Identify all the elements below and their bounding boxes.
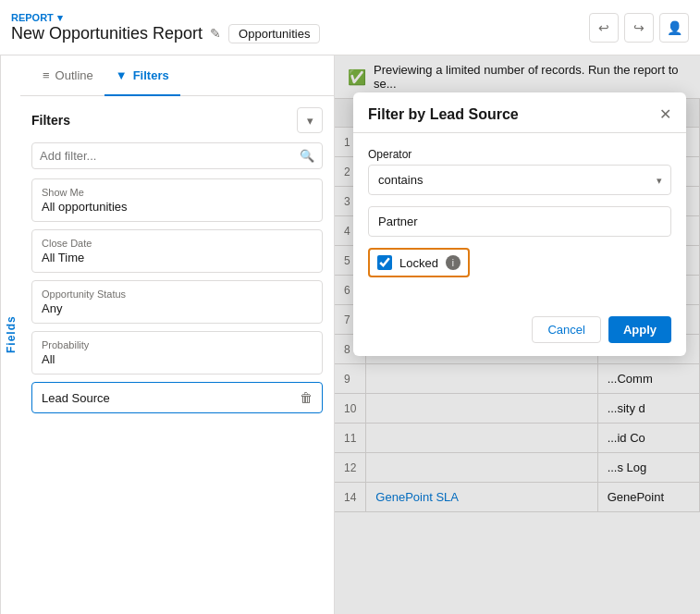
right-content: ✅ Previewing a limited number of records… [335,55,700,614]
top-header: REPORT ▾ New Opportunities Report ✎ Oppo… [0,0,700,55]
filters-menu-button[interactable]: ▾ [297,107,323,133]
modal-body: Operator contains equals starts with end… [353,133,686,307]
tab-outline[interactable]: ≡ Outline [31,55,104,96]
filter-probability-label: Probability [42,339,313,350]
tab-filters-label: Filters [133,68,169,82]
tab-outline-label: Outline [55,68,93,82]
filter-opp-status-value: Any [42,301,313,315]
undo-button[interactable]: ↩ [589,13,619,43]
locked-row: Locked i [368,248,470,277]
filter-opp-status-label: Opportunity Status [42,289,313,300]
filter-show-me[interactable]: Show Me All opportunities [31,178,323,222]
fields-panel[interactable]: Fields [0,55,20,614]
header-actions: ↩ ↪ 👤 [589,13,689,43]
filter-lead-source-label: Lead Source [42,391,110,405]
search-filter-input[interactable] [40,149,294,163]
operator-select[interactable]: contains equals starts with ends with do… [368,165,671,195]
locked-label: Locked [399,256,438,270]
delete-lead-source-icon[interactable]: 🗑 [300,390,313,405]
left-sidebar: ≡ Outline ▼ Filters Filters ▾ 🔍 Show Me … [20,55,335,614]
filters-header: Filters ▾ [31,107,323,133]
report-title-row: New Opportunities Report ✎ Opportunities [11,24,320,43]
filter-show-me-label: Show Me [42,187,313,198]
operator-select-wrapper: contains equals starts with ends with do… [368,165,671,195]
info-icon[interactable]: i [446,255,461,270]
operator-label: Operator [368,148,671,161]
modal-overlay: Filter by Lead Source ✕ Operator contain… [335,55,700,614]
outline-icon: ≡ [43,68,50,82]
filter-close-date-label: Close Date [42,238,313,249]
main-layout: Fields ≡ Outline ▼ Filters Filters ▾ 🔍 [0,55,700,614]
filter-close-date[interactable]: Close Date All Time [31,229,323,273]
filter-modal: Filter by Lead Source ✕ Operator contain… [353,92,686,356]
filters-title: Filters [31,113,70,128]
search-filter-container: 🔍 [31,142,323,169]
report-label: REPORT ▾ [11,12,320,24]
filter-icon: ▼ [116,68,128,82]
filter-lead-source-row: Lead Source 🗑 [42,390,313,405]
apply-button[interactable]: Apply [608,316,671,343]
filter-probability-value: All [42,352,313,366]
locked-checkbox[interactable] [377,255,392,270]
report-type-badge: Opportunities [228,24,320,43]
report-dropdown-icon[interactable]: ▾ [57,12,63,24]
filter-lead-source[interactable]: Lead Source 🗑 [31,382,323,413]
modal-footer: Cancel Apply [353,307,686,356]
modal-close-button[interactable]: ✕ [659,105,671,123]
modal-header: Filter by Lead Source ✕ [353,92,686,133]
redo-button[interactable]: ↪ [624,13,654,43]
filters-panel: Filters ▾ 🔍 Show Me All opportunities Cl… [20,96,334,614]
fields-panel-label: Fields [5,316,18,354]
tabs-bar: ≡ Outline ▼ Filters [20,55,334,96]
filter-probability[interactable]: Probability All [31,331,323,375]
search-icon: 🔍 [300,149,314,163]
cancel-button[interactable]: Cancel [532,316,600,343]
header-left: REPORT ▾ New Opportunities Report ✎ Oppo… [11,12,320,43]
filter-show-me-value: All opportunities [42,200,313,214]
value-input[interactable] [368,206,671,237]
report-label-text: REPORT [11,12,54,23]
filter-close-date-value: All Time [42,251,313,264]
edit-title-icon[interactable]: ✎ [210,26,221,41]
modal-title: Filter by Lead Source [368,106,519,123]
report-title-text: New Opportunities Report [11,24,203,43]
tab-filters[interactable]: ▼ Filters [104,55,180,96]
share-button[interactable]: 👤 [659,13,689,43]
filter-opportunity-status[interactable]: Opportunity Status Any [31,280,323,324]
